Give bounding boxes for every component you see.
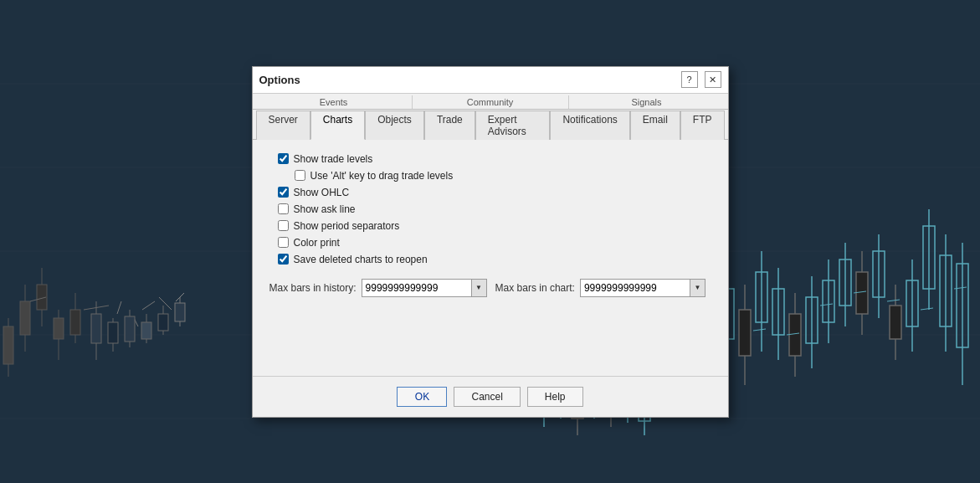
save-deleted-charts-label: Save deleted charts to reopen — [294, 254, 428, 265]
content-area: Show trade levels Use 'Alt' key to drag … — [253, 140, 728, 376]
tab-expert-advisors[interactable]: Expert Advisors — [475, 110, 551, 140]
max-bars-chart-input[interactable] — [581, 280, 690, 296]
tab-ftp[interactable]: FTP — [680, 110, 725, 140]
tab-charts[interactable]: Charts — [310, 110, 365, 140]
max-bars-history-dropdown-btn[interactable]: ▼ — [471, 280, 486, 296]
show-period-separators-checkbox[interactable] — [278, 220, 289, 231]
max-bars-chart-combobox[interactable]: ▼ — [580, 279, 705, 297]
dialog-title: Options — [259, 74, 300, 86]
title-bar-controls: ? ✕ — [681, 71, 721, 88]
tab-trade[interactable]: Trade — [424, 110, 475, 140]
max-bars-history-combobox[interactable]: ▼ — [362, 279, 487, 297]
tab-notifications[interactable]: Notifications — [550, 110, 629, 140]
max-bars-history-group: Max bars in history: ▼ — [269, 279, 487, 297]
title-bar-left: Options — [259, 74, 300, 86]
tab-server[interactable]: Server — [256, 110, 310, 140]
input-row: Max bars in history: ▼ Max bars in chart… — [269, 279, 711, 297]
tab-area: Events Community Signals Server Charts O… — [253, 94, 728, 140]
tab-group-signals: Signals — [569, 95, 725, 109]
show-ask-line-checkbox[interactable] — [278, 203, 289, 214]
dialog-footer: OK Cancel Help — [253, 376, 728, 417]
color-print-label: Color print — [294, 237, 340, 249]
dialog-overlay: Options ? ✕ Events Community Signals Ser… — [0, 0, 980, 483]
checkbox-show-trade-levels[interactable]: Show trade levels — [278, 153, 711, 165]
tab-group-events: Events — [256, 95, 412, 109]
save-deleted-charts-checkbox[interactable] — [278, 254, 289, 265]
use-alt-key-checkbox[interactable] — [295, 170, 305, 181]
color-print-checkbox[interactable] — [278, 237, 289, 248]
ok-button[interactable]: OK — [397, 387, 447, 407]
show-trade-levels-label: Show trade levels — [294, 153, 373, 165]
max-bars-history-label: Max bars in history: — [269, 282, 357, 294]
tab-group-community: Community — [412, 95, 569, 109]
checkbox-show-ohlc[interactable]: Show OHLC — [278, 187, 711, 198]
cancel-button[interactable]: Cancel — [454, 387, 520, 407]
show-ohlc-label: Show OHLC — [294, 187, 350, 198]
checkbox-show-period-separators[interactable]: Show period separators — [278, 220, 711, 232]
use-alt-key-label: Use 'Alt' key to drag trade levels — [310, 170, 454, 182]
options-dialog: Options ? ✕ Events Community Signals Ser… — [252, 66, 729, 418]
checkbox-save-deleted-charts[interactable]: Save deleted charts to reopen — [278, 254, 711, 265]
checkbox-use-alt-key[interactable]: Use 'Alt' key to drag trade levels — [295, 170, 711, 182]
max-bars-chart-label: Max bars in chart: — [495, 282, 575, 294]
max-bars-chart-group: Max bars in chart: ▼ — [495, 279, 705, 297]
show-ask-line-label: Show ask line — [294, 203, 356, 215]
help-dialog-button[interactable]: Help — [527, 387, 583, 407]
tab-email[interactable]: Email — [630, 110, 680, 140]
show-trade-levels-checkbox[interactable] — [278, 153, 289, 164]
tab-objects[interactable]: Objects — [365, 110, 424, 140]
close-button[interactable]: ✕ — [705, 71, 721, 88]
show-ohlc-checkbox[interactable] — [278, 187, 289, 198]
help-button[interactable]: ? — [681, 71, 698, 88]
checkbox-group: Show trade levels Use 'Alt' key to drag … — [278, 153, 711, 265]
checkbox-color-print[interactable]: Color print — [278, 237, 711, 249]
max-bars-chart-dropdown-btn[interactable]: ▼ — [690, 280, 705, 296]
max-bars-history-input[interactable] — [362, 280, 471, 296]
show-period-separators-label: Show period separators — [294, 220, 400, 232]
checkbox-show-ask-line[interactable]: Show ask line — [278, 203, 711, 215]
title-bar: Options ? ✕ — [253, 67, 728, 94]
